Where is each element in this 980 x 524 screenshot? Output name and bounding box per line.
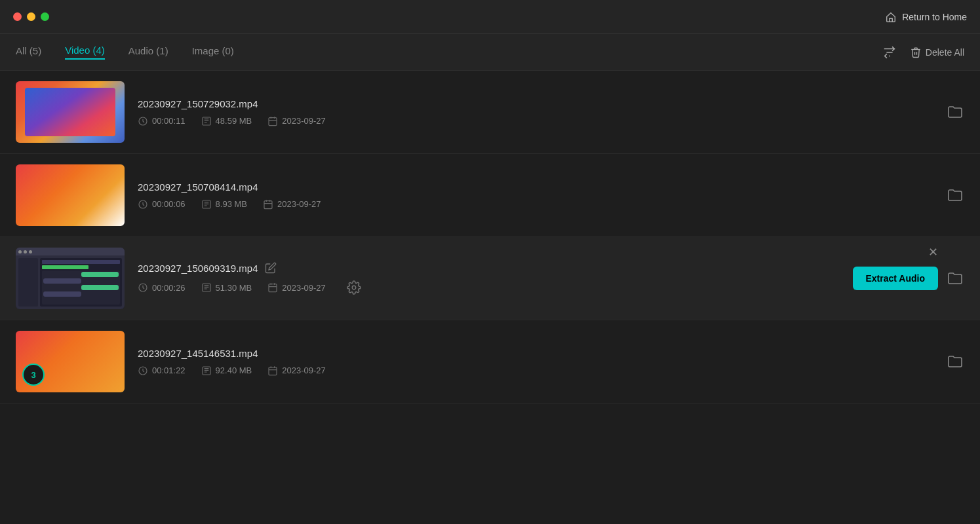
row <box>42 260 120 264</box>
svg-rect-1 <box>203 117 210 125</box>
bubble <box>43 278 81 284</box>
bubble <box>81 272 119 277</box>
dot2 <box>24 250 27 253</box>
calendar-icon <box>267 116 278 126</box>
maximize-button[interactable] <box>41 12 49 21</box>
file-name: 20230927_150609319.mp4 <box>138 262 842 274</box>
duration-item: 00:01:22 <box>138 365 186 376</box>
date-item: 2023-09-27 <box>267 282 326 293</box>
svg-point-9 <box>352 286 356 290</box>
tab-all[interactable]: All (5) <box>16 45 41 59</box>
size-item: 8.93 MB <box>201 199 247 210</box>
list-item: 3 20230927_145146531.mp4 00:01:22 92.40 … <box>0 320 980 403</box>
chat <box>42 271 120 305</box>
dot3 <box>29 250 32 253</box>
topbar <box>16 248 125 255</box>
file-meta: 00:01:22 92.40 MB 2023-09-27 <box>138 365 935 376</box>
list-item: ✕ <box>0 237 980 320</box>
folder-icon <box>946 352 964 371</box>
open-folder-button[interactable] <box>946 103 964 121</box>
svg-rect-5 <box>264 200 272 208</box>
date-item: 2023-09-27 <box>267 116 326 126</box>
size-item: 48.59 MB <box>201 116 252 126</box>
calendar-icon <box>267 282 278 293</box>
thumbnail <box>16 164 125 226</box>
settings-icon[interactable] <box>347 280 361 295</box>
file-info: 20230927_150729032.mp4 00:00:11 48.59 MB… <box>138 98 935 126</box>
file-name: 20230927_145146531.mp4 <box>138 348 935 359</box>
file-size-icon <box>201 116 212 126</box>
thumbnail <box>16 248 125 309</box>
file-info: 20230927_150708414.mp4 00:00:06 8.93 MB … <box>138 181 935 210</box>
close-item-button[interactable]: ✕ <box>928 246 938 258</box>
file-info: 20230927_145146531.mp4 00:01:22 92.40 MB… <box>138 348 935 376</box>
delete-all-label: Delete All <box>926 47 964 58</box>
window-controls <box>13 12 49 21</box>
home-icon <box>885 11 897 23</box>
svg-rect-7 <box>203 284 210 291</box>
folder-icon <box>946 269 964 288</box>
file-info: 20230927_150609319.mp4 00:00:26 51.30 MB <box>138 262 842 295</box>
svg-rect-8 <box>269 284 277 292</box>
file-name: 20230927_150729032.mp4 <box>138 98 935 109</box>
duration-item: 00:00:06 <box>138 199 186 210</box>
main <box>40 258 122 307</box>
folder-icon <box>946 103 964 121</box>
content <box>16 255 125 309</box>
svg-rect-2 <box>269 117 277 125</box>
titlebar: Return to Home <box>0 0 980 34</box>
sidebar <box>18 258 38 307</box>
tabbar-actions: Delete All <box>882 45 964 60</box>
open-folder-button[interactable] <box>946 269 964 288</box>
return-home-button[interactable]: Return to Home <box>885 11 967 23</box>
file-actions: Extract Audio <box>853 267 965 290</box>
file-size-icon <box>201 199 212 210</box>
calendar-icon <box>263 199 273 210</box>
tab-video[interactable]: Video (4) <box>65 45 105 60</box>
bubble <box>81 285 119 290</box>
calendar-icon <box>267 365 278 376</box>
file-name: 20230927_150708414.mp4 <box>138 181 935 193</box>
trash-icon <box>910 47 922 58</box>
tabbar: All (5) Video (4) Audio (1) Image (0) De… <box>0 34 980 71</box>
svg-rect-12 <box>269 367 277 375</box>
bubble <box>43 291 81 297</box>
thumbnail: 3 <box>16 331 125 392</box>
svg-rect-11 <box>203 367 210 375</box>
file-actions <box>946 103 964 121</box>
clock-icon <box>138 116 148 126</box>
thumbnail <box>16 81 125 143</box>
close-button[interactable] <box>13 12 22 21</box>
badge: 3 <box>22 364 45 386</box>
file-actions <box>946 352 964 371</box>
dot1 <box>18 250 22 253</box>
tab-audio[interactable]: Audio (1) <box>128 45 168 59</box>
extract-audio-button[interactable]: Extract Audio <box>853 267 939 290</box>
sort-icon <box>882 45 897 60</box>
size-item: 92.40 MB <box>201 365 252 376</box>
list-item: 20230927_150708414.mp4 00:00:06 8.93 MB … <box>0 154 980 237</box>
folder-icon <box>946 186 964 204</box>
file-actions <box>946 186 964 204</box>
open-folder-button[interactable] <box>946 352 964 371</box>
thumb-screen <box>25 88 115 136</box>
date-item: 2023-09-27 <box>267 365 326 376</box>
desktop-thumb <box>16 248 125 309</box>
clock-icon <box>138 282 148 293</box>
tab-image[interactable]: Image (0) <box>192 45 234 59</box>
file-meta: 00:00:26 51.30 MB 2023-09-27 <box>138 280 842 295</box>
open-folder-button[interactable] <box>946 186 964 204</box>
file-list: 20230927_150729032.mp4 00:00:11 48.59 MB… <box>0 71 980 524</box>
minimize-button[interactable] <box>27 12 35 21</box>
delete-all-button[interactable]: Delete All <box>910 47 964 58</box>
svg-rect-4 <box>203 200 210 208</box>
sort-button[interactable] <box>882 45 897 60</box>
file-meta: 00:00:11 48.59 MB 2023-09-27 <box>138 116 935 126</box>
duration-item: 00:00:26 <box>138 282 186 293</box>
file-size-icon <box>201 282 212 293</box>
row-green <box>42 265 88 269</box>
duration-item: 00:00:11 <box>138 116 186 126</box>
tab-group: All (5) Video (4) Audio (1) Image (0) <box>16 45 234 60</box>
edit-icon[interactable] <box>265 262 277 274</box>
file-meta: 00:00:06 8.93 MB 2023-09-27 <box>138 199 935 210</box>
